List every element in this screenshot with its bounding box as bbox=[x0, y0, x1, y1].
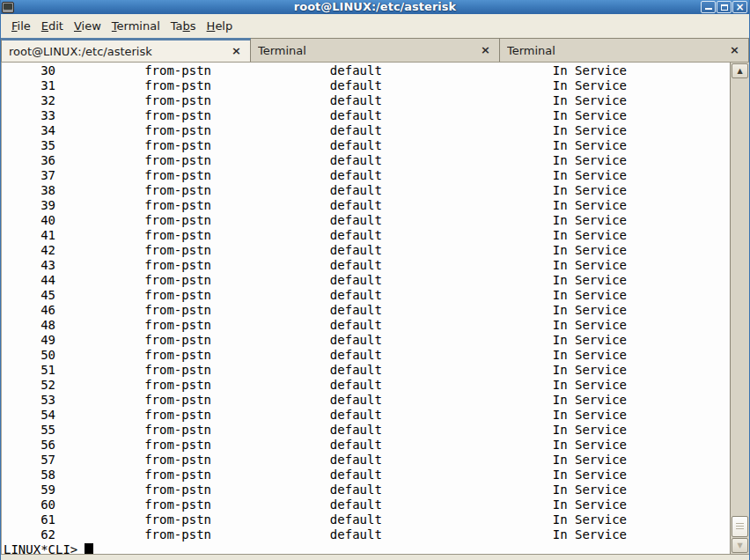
cli-prompt: LINUX*CLI> bbox=[4, 542, 77, 554]
channel-row: 52 from-pstn default In Service bbox=[4, 378, 730, 393]
window-title: root@LINUX:/etc/asterisk bbox=[1, 0, 749, 14]
channel-row: 43 from-pstn default In Service bbox=[4, 258, 730, 273]
menu-item-help[interactable]: Help bbox=[202, 16, 239, 36]
close-button[interactable]: × bbox=[732, 1, 747, 13]
channel-row: 53 from-pstn default In Service bbox=[4, 393, 730, 408]
channel-row: 48 from-pstn default In Service bbox=[4, 318, 730, 333]
scroll-down-button[interactable]: ▼ bbox=[732, 538, 748, 553]
channel-row: 54 from-pstn default In Service bbox=[4, 408, 730, 423]
tab-label: Terminal bbox=[258, 44, 479, 57]
channel-row: 59 from-pstn default In Service bbox=[4, 483, 730, 497]
tab-terminal-2[interactable]: Terminal × bbox=[251, 38, 500, 62]
channel-row: 38 from-pstn default In Service bbox=[4, 183, 730, 198]
scroll-up-button[interactable]: ▲ bbox=[732, 63, 748, 78]
cli-prompt-line: LINUX*CLI> bbox=[4, 542, 730, 554]
channel-row: 45 from-pstn default In Service bbox=[4, 288, 730, 303]
terminal-window: root@LINUX:/etc/asterisk × FileEditViewT… bbox=[0, 0, 750, 560]
minimize-button[interactable] bbox=[701, 1, 716, 13]
terminal-screen[interactable]: 30 from-pstn default In Service 31 from-… bbox=[2, 63, 730, 554]
tab-root-linux-etc-asterisk[interactable]: root@LINUX:/etc/asterisk × bbox=[1, 38, 251, 62]
channel-row: 56 from-pstn default In Service bbox=[4, 438, 730, 453]
minimize-icon bbox=[705, 8, 712, 10]
channel-row: 42 from-pstn default In Service bbox=[4, 243, 730, 258]
channel-row: 37 from-pstn default In Service bbox=[4, 168, 730, 183]
menu-item-file[interactable]: File bbox=[6, 16, 36, 36]
menu-item-tabs[interactable]: Tabs bbox=[165, 16, 202, 36]
window-bottom-edge bbox=[1, 554, 749, 560]
tab-close-icon[interactable]: × bbox=[728, 44, 741, 56]
channel-row: 39 from-pstn default In Service bbox=[4, 198, 730, 213]
channel-row: 34 from-pstn default In Service bbox=[4, 123, 730, 138]
channel-row: 62 from-pstn default In Service bbox=[4, 527, 730, 542]
channel-row: 36 from-pstn default In Service bbox=[4, 153, 730, 168]
up-arrow-icon: ▲ bbox=[737, 67, 742, 75]
tab-terminal-3[interactable]: Terminal × bbox=[500, 38, 749, 62]
channel-row: 33 from-pstn default In Service bbox=[4, 108, 730, 123]
close-icon: × bbox=[735, 2, 744, 12]
window-controls: × bbox=[701, 1, 749, 13]
channel-row: 31 from-pstn default In Service bbox=[4, 78, 730, 93]
menu-item-edit[interactable]: Edit bbox=[36, 16, 69, 36]
terminal-icon bbox=[2, 2, 14, 13]
channel-row: 35 from-pstn default In Service bbox=[4, 138, 730, 153]
maximize-button[interactable] bbox=[717, 1, 732, 13]
channel-row: 30 from-pstn default In Service bbox=[4, 63, 730, 78]
tab-close-icon[interactable]: × bbox=[479, 44, 492, 56]
tab-label: root@LINUX:/etc/asterisk bbox=[9, 45, 230, 58]
menubar: FileEditViewTerminalTabsHelp bbox=[1, 14, 749, 38]
channel-row: 40 from-pstn default In Service bbox=[4, 213, 730, 228]
channel-row: 55 from-pstn default In Service bbox=[4, 423, 730, 438]
scrollbar-thumb[interactable] bbox=[732, 516, 748, 537]
tabbar: root@LINUX:/etc/asterisk × Terminal × Te… bbox=[1, 38, 749, 63]
channel-row: 50 from-pstn default In Service bbox=[4, 348, 730, 363]
tab-close-icon[interactable]: × bbox=[230, 45, 243, 57]
channel-row: 60 from-pstn default In Service bbox=[4, 497, 730, 512]
channel-row: 61 from-pstn default In Service bbox=[4, 512, 730, 527]
channel-row: 57 from-pstn default In Service bbox=[4, 453, 730, 468]
channel-row: 49 from-pstn default In Service bbox=[4, 333, 730, 348]
scrollbar-grip-icon bbox=[736, 523, 744, 530]
maximize-icon bbox=[721, 4, 728, 11]
channel-row: 46 from-pstn default In Service bbox=[4, 303, 730, 318]
menu-item-terminal[interactable]: Terminal bbox=[107, 16, 165, 36]
tab-label: Terminal bbox=[507, 44, 728, 57]
channel-row: 41 from-pstn default In Service bbox=[4, 228, 730, 243]
channel-row: 51 from-pstn default In Service bbox=[4, 363, 730, 378]
menu-item-view[interactable]: View bbox=[69, 16, 107, 36]
channel-row: 44 from-pstn default In Service bbox=[4, 273, 730, 288]
scrollbar[interactable]: ▲ ▼ bbox=[730, 63, 749, 554]
channel-row: 58 from-pstn default In Service bbox=[4, 468, 730, 483]
titlebar[interactable]: root@LINUX:/etc/asterisk × bbox=[1, 0, 749, 14]
channel-row: 32 from-pstn default In Service bbox=[4, 93, 730, 108]
terminal-output: 30 from-pstn default In Service 31 from-… bbox=[4, 63, 730, 542]
terminal-content-area: 30 from-pstn default In Service 31 from-… bbox=[1, 63, 749, 554]
down-arrow-icon: ▼ bbox=[737, 542, 742, 549]
terminal-cursor bbox=[85, 543, 93, 554]
